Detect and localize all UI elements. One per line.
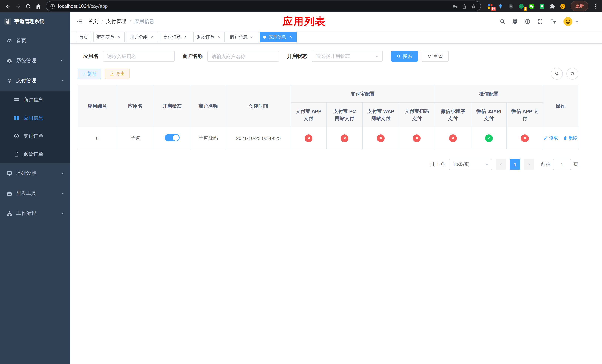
next-page-button[interactable]: ›: [524, 159, 534, 170]
toolbox-icon: [6, 191, 13, 196]
font-size-icon[interactable]: [550, 18, 557, 25]
extension-blue-icon[interactable]: [497, 3, 504, 10]
site-info-icon[interactable]: [50, 3, 55, 9]
goto-page-input[interactable]: [553, 159, 571, 170]
sidebar-item-label: 退款订单: [23, 151, 43, 158]
page-number-1[interactable]: 1: [510, 159, 520, 170]
cell-alipay-wap: [363, 127, 399, 149]
reset-button[interactable]: 重置: [421, 51, 449, 62]
search-button[interactable]: 搜索: [391, 51, 418, 62]
chevron-down-icon: [60, 192, 64, 195]
page-size-select[interactable]: 10条/页: [449, 159, 492, 170]
monitor-icon: [6, 171, 13, 176]
yen-icon: ¥: [6, 78, 13, 84]
sidebar-item-dev-tools[interactable]: 研发工具: [0, 183, 70, 203]
toggle-search-button[interactable]: [551, 68, 563, 80]
help-icon[interactable]: [525, 19, 531, 24]
app-name-input[interactable]: [103, 51, 174, 62]
close-icon[interactable]: [249, 34, 255, 40]
breadcrumb-home[interactable]: 首页: [88, 18, 98, 25]
chevron-down-icon: [485, 163, 488, 165]
extensions-area: 10 1: [487, 3, 566, 10]
edit-link[interactable]: 修改: [544, 135, 558, 141]
profile-avatar-icon[interactable]: [559, 3, 566, 10]
user-avatar: [563, 17, 573, 26]
github-icon[interactable]: [512, 19, 518, 24]
sidebar-toggle-icon[interactable]: [70, 18, 88, 25]
merchant-name-label: 商户名称: [183, 53, 203, 60]
browser-menu-icon[interactable]: [592, 3, 598, 9]
total-count: 共 1 条: [430, 161, 445, 168]
extension-chat-icon[interactable]: [539, 3, 545, 10]
export-button[interactable]: 导出: [105, 68, 129, 79]
breadcrumb-payment[interactable]: 支付管理: [106, 18, 126, 25]
browser-home-icon[interactable]: [33, 1, 43, 11]
sidebar-item-app-info[interactable]: 应用信息: [0, 109, 70, 127]
extension-badge: 10: [491, 7, 496, 11]
sidebar-item-system[interactable]: 系统管理: [0, 51, 70, 71]
fullscreen-icon[interactable]: [537, 19, 543, 24]
breadcrumb-separator: /: [101, 19, 103, 24]
filter-form: 应用名 商户名称 开启状态 请选择开启状态: [78, 51, 578, 62]
browser-update-button[interactable]: 更新: [570, 1, 588, 11]
dashboard-icon: [6, 38, 13, 43]
status-select[interactable]: 请选择开启状态: [312, 51, 383, 62]
url-host: localhost:1024: [58, 3, 89, 9]
extension-wechat-icon[interactable]: [528, 3, 535, 10]
logo-image: [4, 18, 11, 25]
tab-process-form[interactable]: 流程表单: [93, 32, 125, 42]
col-app-name: 应用名: [117, 85, 154, 127]
tab-app-info[interactable]: 应用信息: [260, 32, 297, 42]
breadcrumb-separator: /: [129, 19, 131, 24]
add-button[interactable]: 新增: [78, 68, 101, 79]
col-group-wechat: 微信配置: [435, 85, 543, 102]
cell-alipay-app: [291, 127, 327, 149]
extensions-puzzle-icon[interactable]: [549, 3, 556, 10]
refresh-button[interactable]: [567, 68, 578, 80]
search-icon[interactable]: [499, 19, 505, 24]
tab-merchant-info[interactable]: 商户信息: [226, 32, 258, 42]
payment-submenu: 商户信息 应用信息 支付订单 退款订单: [0, 91, 70, 163]
close-icon[interactable]: [183, 34, 188, 40]
password-key-icon[interactable]: [452, 3, 458, 9]
sidebar-item-infrastructure[interactable]: 基础设施: [0, 163, 70, 183]
browser-reload-icon[interactable]: [23, 1, 33, 11]
user-menu[interactable]: [563, 17, 578, 26]
sidebar-item-pay-order[interactable]: 支付订单: [0, 127, 70, 145]
sidebar-item-workflow[interactable]: 工作流程: [0, 203, 70, 223]
col-merchant: 商户名称: [190, 85, 226, 127]
prev-page-button[interactable]: ‹: [496, 159, 506, 170]
share-icon[interactable]: [462, 3, 467, 9]
tab-user-group[interactable]: 用户分组: [127, 32, 158, 42]
disabled-icon: [305, 134, 312, 142]
tab-pay-order[interactable]: 支付订单: [160, 32, 191, 42]
close-icon[interactable]: [288, 34, 293, 40]
bookmark-star-icon[interactable]: [471, 3, 476, 9]
tab-refund-order[interactable]: 退款订单: [193, 32, 225, 42]
extension-dark-icon[interactable]: [508, 3, 514, 10]
sidebar-item-home[interactable]: 首页: [0, 31, 70, 51]
merchant-name-input[interactable]: [207, 51, 279, 62]
browser-back-icon[interactable]: [3, 1, 13, 11]
sidebar-item-payment[interactable]: ¥ 支付管理: [0, 71, 70, 91]
browser-forward-icon[interactable]: [13, 1, 23, 11]
address-bar[interactable]: localhost:1024/pay/app: [46, 1, 481, 11]
breadcrumb-current: 应用信息: [134, 18, 154, 25]
page-content: 应用名 商户名称 开启状态 请选择开启状态: [70, 44, 602, 170]
delete-link[interactable]: 删除: [563, 135, 578, 141]
close-icon[interactable]: [116, 34, 121, 40]
extension-green-badge-icon[interactable]: 1: [518, 3, 525, 10]
close-icon[interactable]: [150, 34, 155, 40]
sidebar-logo[interactable]: 芋道管理系统: [0, 12, 70, 31]
sidebar-item-merchant-info[interactable]: 商户信息: [0, 91, 70, 109]
status-toggle[interactable]: [165, 134, 179, 141]
close-icon[interactable]: [216, 34, 221, 40]
sidebar-item-refund-order[interactable]: 退款订单: [0, 145, 70, 163]
extension-grid-icon[interactable]: 10: [487, 3, 494, 10]
sidebar-item-label: 支付订单: [23, 133, 43, 139]
cell-wx-app: [507, 127, 543, 149]
tab-home[interactable]: 首页: [76, 32, 91, 42]
tab-label: 退款订单: [197, 34, 214, 40]
cell-status: [154, 127, 190, 149]
status-label: 开启状态: [287, 53, 307, 60]
